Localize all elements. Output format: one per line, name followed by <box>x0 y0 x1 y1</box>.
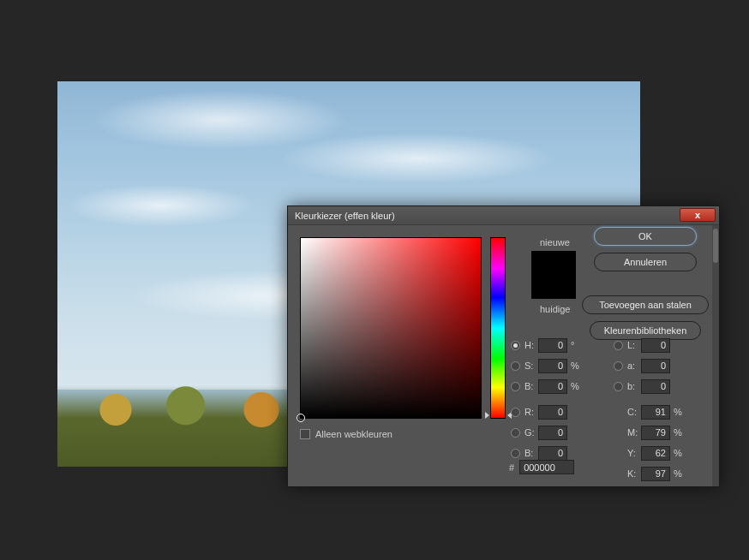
cloud <box>92 90 349 150</box>
button-stack: OK Annuleren Toevoegen aan stalen Kleure… <box>582 227 709 340</box>
swatch-new-color[interactable] <box>532 252 575 275</box>
hue-slider[interactable] <box>490 237 506 419</box>
unit-b-hsb: % <box>571 381 581 391</box>
label-y: Y: <box>627 448 641 458</box>
radio-b-hsb[interactable] <box>511 382 520 391</box>
unit-m: % <box>674 427 684 438</box>
dialog-title: Kleurkiezer (effen kleur) <box>295 211 395 221</box>
radio-l[interactable] <box>614 341 623 350</box>
dialog-body: nieuwe huidige OK Annuleren Toevoegen aa… <box>288 225 719 486</box>
input-k[interactable] <box>641 467 670 481</box>
label-s: S: <box>524 360 538 371</box>
radio-h[interactable] <box>511 341 520 350</box>
label-new: nieuwe <box>540 237 570 251</box>
input-r[interactable] <box>538 405 567 420</box>
label-l: L: <box>627 340 641 350</box>
radio-s[interactable] <box>511 361 520 371</box>
ok-button[interactable]: OK <box>594 227 697 246</box>
radio-b-rgb[interactable] <box>511 449 520 458</box>
ok-button-label: OK <box>638 231 652 241</box>
label-k: K: <box>627 468 641 479</box>
swatch-current-color[interactable] <box>532 275 575 298</box>
input-l[interactable] <box>641 338 670 353</box>
label-b-lab: b: <box>627 381 641 391</box>
hex-row: # <box>509 460 574 474</box>
web-colors-checkbox[interactable] <box>300 429 310 439</box>
input-m[interactable] <box>641 426 670 440</box>
input-b-rgb[interactable] <box>538 446 567 461</box>
input-c[interactable] <box>641 405 670 420</box>
input-s[interactable] <box>538 359 567 373</box>
radio-r[interactable] <box>511 408 520 417</box>
label-g: G: <box>524 427 538 438</box>
cloud <box>280 133 554 184</box>
color-swatch <box>531 251 576 299</box>
label-m: M: <box>627 427 641 438</box>
add-to-swatches-button[interactable]: Toevoegen aan stalen <box>582 295 709 314</box>
input-a[interactable] <box>641 359 670 373</box>
color-picker-dialog: Kleurkiezer (effen kleur) x nieuwe huidi… <box>287 206 720 487</box>
label-h: H: <box>524 340 538 350</box>
label-a: a: <box>627 360 641 371</box>
label-current: huidige <box>540 304 570 318</box>
label-c: C: <box>627 407 641 417</box>
color-field-marker[interactable] <box>297 414 305 422</box>
unit-h: ° <box>571 340 581 350</box>
close-button[interactable]: x <box>680 208 716 222</box>
input-b-lab[interactable] <box>641 379 670 394</box>
input-g[interactable] <box>538 426 567 440</box>
dialog-scrollbar[interactable] <box>712 225 719 486</box>
saturation-brightness-field[interactable] <box>300 237 482 419</box>
unit-s: % <box>571 360 581 371</box>
close-icon: x <box>695 210 700 220</box>
hash-icon: # <box>509 462 514 473</box>
radio-a[interactable] <box>614 361 623 371</box>
label-b-rgb: B: <box>524 448 538 458</box>
radio-b-lab[interactable] <box>614 382 623 391</box>
input-h[interactable] <box>538 338 567 353</box>
web-colors-only[interactable]: Alleen webkleuren <box>300 429 392 439</box>
hue-slider-arrow-left-icon <box>485 412 489 419</box>
cloud <box>66 184 255 227</box>
unit-k: % <box>674 468 684 479</box>
cancel-button[interactable]: Annuleren <box>594 253 697 271</box>
scrollbar-thumb[interactable] <box>713 229 718 263</box>
input-hex[interactable] <box>519 460 574 474</box>
cancel-button-label: Annuleren <box>624 257 667 267</box>
dialog-titlebar[interactable]: Kleurkiezer (effen kleur) x <box>288 206 719 225</box>
label-r: R: <box>524 407 538 417</box>
input-b-hsb[interactable] <box>538 379 567 394</box>
unit-c: % <box>674 407 684 417</box>
radio-g[interactable] <box>511 428 520 438</box>
label-b-hsb: B: <box>524 381 538 391</box>
add-to-swatches-label: Toevoegen aan stalen <box>599 300 692 310</box>
web-colors-label: Alleen webkleuren <box>315 429 392 439</box>
input-y[interactable] <box>641 446 670 461</box>
unit-y: % <box>674 448 684 458</box>
